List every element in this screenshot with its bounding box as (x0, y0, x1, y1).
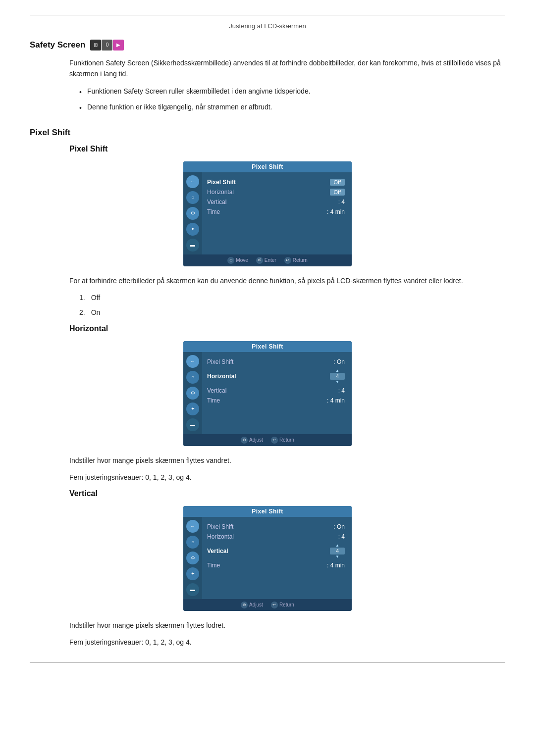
menu-row-label-t2: Time (207, 397, 220, 404)
menu-screen-2: Pixel Shift ← ○ ⚙ ✦ ▬ Pixel Shift (183, 341, 352, 446)
ps-list-label-1: Off (91, 292, 100, 303)
menu-title-3: Pixel Shift (183, 506, 352, 517)
safety-screen-bullets: • Funktionen Safety Screen ruller skærmb… (79, 86, 505, 114)
menu-body-1: ← ○ ⚙ ✦ ▬ Pixel Shift Off (183, 172, 352, 254)
horizontal-desc2-text: Fem justeringsniveauer: 0, 1, 2, 3, og 4… (69, 473, 192, 481)
menu-icon-monitor-3: ▬ (186, 583, 199, 596)
vertical-desc2: Fem justeringsniveauer: 0, 1, 2, 3, og 4… (69, 637, 505, 648)
ps-list-item-1: 1. Off (79, 292, 505, 303)
icon-right: ▶ (113, 40, 124, 50)
menu-icon-star-3: ✦ (186, 567, 199, 580)
menu-footer-2: ⊙ Adjust ↩ Return (183, 434, 352, 446)
footer-item-return-3: ↩ Return (271, 602, 294, 608)
pixel-shift-menu-2: Pixel Shift ← ○ ⚙ ✦ ▬ Pixel Shift (30, 341, 505, 446)
menu-row-value-h2: ▲ 4 ▼ (330, 368, 345, 384)
pixel-shift-list: 1. Off 2. On (79, 292, 505, 318)
footer-item-return-2: ↩ Return (271, 437, 294, 444)
pixel-shift-heading-row: Pixel Shift (30, 128, 505, 138)
menu-row-value-ps2: : On (333, 358, 345, 365)
safety-screen-intro: Funktionen Safety Screen (Sikkerhedsskær… (69, 57, 505, 80)
horizontal-desc1: Indstiller hvor mange pixels skærmen fly… (69, 455, 505, 466)
menu-row-label-h3: Horizontal (207, 533, 234, 540)
vertical-desc2-text: Fem justeringsniveauer: 0, 1, 2, 3, og 4… (69, 638, 192, 646)
page-title-text: Justering af LCD-skærmen (229, 22, 306, 30)
bullet-dot-1: • (79, 87, 83, 98)
menu-icon-arrow: ← (186, 175, 199, 188)
menu-screen-1: Pixel Shift ← ○ ⚙ ✦ ▬ Pixel Shift (183, 161, 352, 266)
pixel-shift-desc: For at forhindre efterbilleder på skærme… (69, 275, 505, 286)
menu-row-horizontal-3: Horizontal : 4 (207, 532, 345, 542)
arrows-h2: ▲ 4 ▼ (330, 368, 345, 384)
menu-row-time-3: Time : 4 min (207, 560, 345, 570)
menu-icon-monitor-2: ▬ (186, 418, 199, 431)
menu-icon-arrow-2: ← (186, 355, 199, 368)
menu-footer-1: ⊙ Move ⏎ Enter ↩ Return (183, 254, 352, 266)
menu-row-vertical-2: Vertical : 4 (207, 386, 345, 396)
pixel-shift-sub-heading: Pixel Shift (69, 145, 107, 153)
horizontal-desc1-text: Indstiller hvor mange pixels skærmen fly… (69, 456, 231, 464)
menu-row-label-t3: Time (207, 562, 220, 569)
bullet-text-2: Denne funktion er ikke tilgængelig, når … (87, 101, 272, 113)
footer-btn-adjust-2: ⊙ (241, 437, 248, 444)
menu-row-value-ps3: : On (333, 523, 345, 530)
arrow-up-v3: ▲ (335, 543, 339, 548)
menu-title-1: Pixel Shift (183, 161, 352, 172)
vertical-desc1-text: Indstiller hvor mange pixels skærmen fly… (69, 621, 225, 629)
pixel-shift-main-heading: Pixel Shift (30, 128, 70, 138)
menu-row-value-h3: : 4 (338, 533, 345, 540)
menu-row-value-t2: : 4 min (327, 397, 345, 404)
arrows-v3: ▲ 4 ▼ (330, 543, 345, 559)
horizontal-heading-row: Horizontal (69, 324, 505, 333)
menu-title-2: Pixel Shift (183, 341, 352, 352)
bullet-item-2: • Denne funktion er ikke tilgængelig, nå… (79, 101, 505, 113)
pixel-shift-menu-1: Pixel Shift ← ○ ⚙ ✦ ▬ Pixel Shift (30, 161, 505, 266)
footer-label-return: Return (293, 257, 308, 263)
menu-row-label-ps3: Pixel Shift (207, 523, 233, 530)
horizontal-desc2: Fem justeringsniveauer: 0, 1, 2, 3, og 4… (69, 472, 505, 483)
footer-item-return: ↩ Return (284, 257, 308, 264)
menu-content-3: Pixel Shift : On Horizontal : 4 Vertical (202, 517, 352, 599)
footer-btn-adjust-3: ⊙ (241, 602, 248, 608)
menu-row-label-v2: Vertical (207, 387, 226, 394)
menu-row-vertical-1: Vertical : 4 (207, 197, 345, 207)
menu-icon-circle: ○ (186, 191, 199, 204)
menu-icons-3: ← ○ ⚙ ✦ ▬ (183, 517, 202, 599)
menu-row-time-2: Time : 4 min (207, 396, 345, 405)
footer-item-move: ⊙ Move (227, 257, 248, 264)
menu-row-value-t3: : 4 min (327, 562, 345, 569)
pixel-shift-menu-3: Pixel Shift ← ○ ⚙ ✦ ▬ Pixel Shift (30, 506, 505, 611)
footer-item-enter: ⏎ Enter (256, 257, 276, 264)
bullet-item-1: • Funktionen Safety Screen ruller skærmb… (79, 86, 505, 98)
menu-row-pixel-shift-3: Pixel Shift : On (207, 522, 345, 532)
footer-label-return-2: Return (279, 437, 294, 443)
safety-screen-section: Safety Screen ⊞ 0 ▶ Funktionen Safety Sc… (30, 40, 505, 114)
value-box-h2: 4 (330, 373, 345, 380)
menu-icon-circle-2: ○ (186, 371, 199, 384)
pixel-shift-block: Pixel Shift Pixel Shift Pixel Shift ← ○ … (30, 128, 505, 648)
menu-row-label-ps1: Pixel Shift (207, 179, 236, 186)
menu-icon-arrow-3: ← (186, 520, 199, 533)
menu-icon-star: ✦ (186, 223, 199, 236)
menu-row-horizontal-2: Horizontal ▲ 4 ▼ (207, 367, 345, 386)
vertical-heading-row: Vertical (69, 489, 505, 498)
footer-label-enter: Enter (265, 257, 276, 263)
menu-icon-gear: ⚙ (186, 207, 199, 220)
menu-content-1: Pixel Shift Off Horizontal Off Vertical … (202, 172, 352, 254)
menu-row-label-h2: Horizontal (207, 373, 236, 380)
menu-row-pixel-shift-1: Pixel Shift Off (207, 177, 345, 187)
ps-list-num-1: 1. (79, 292, 85, 303)
icon-zero: 0 (102, 40, 112, 50)
value-box-v3: 4 (330, 548, 345, 554)
pixel-shift-desc-text: For at forhindre efterbilleder på skærme… (69, 277, 463, 285)
ps-list-num-2: 2. (79, 307, 85, 318)
vertical-block: Vertical Pixel Shift ← ○ ⚙ ✦ ▬ (30, 489, 505, 648)
bottom-divider (30, 662, 505, 663)
menu-row-horizontal-1: Horizontal Off (207, 187, 345, 197)
footer-btn-move: ⊙ (227, 257, 234, 264)
safety-screen-icons: ⊞ 0 ▶ (90, 40, 124, 50)
page-title: Justering af LCD-skærmen (30, 15, 505, 30)
menu-row-pixel-shift-2: Pixel Shift : On (207, 357, 345, 367)
menu-body-3: ← ○ ⚙ ✦ ▬ Pixel Shift : On (183, 517, 352, 599)
menu-row-value-v3: ▲ 4 ▼ (330, 543, 345, 559)
menu-row-value-t1: : 4 min (327, 208, 345, 215)
